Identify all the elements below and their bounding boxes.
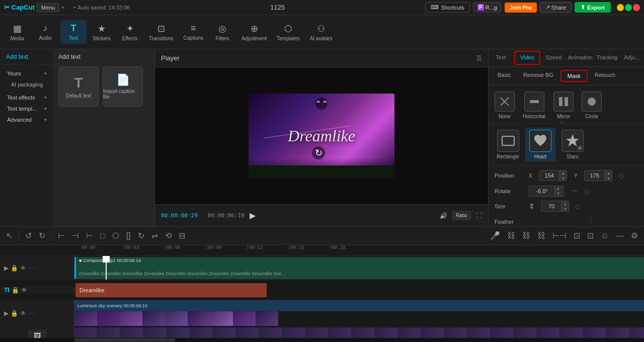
more-icon[interactable]: ⋯	[28, 265, 34, 272]
redo-button[interactable]: ↻	[37, 230, 47, 241]
loop-button[interactable]: ↻	[136, 230, 146, 241]
maximize-button[interactable]	[625, 4, 632, 11]
subtab-remove-bg[interactable]: Remove BG	[518, 70, 558, 82]
mask-horizontal-item[interactable]: Horizontal	[521, 90, 547, 121]
rotate-down[interactable]: ▼	[554, 191, 561, 196]
shape-stars[interactable]: ⊞ Stars	[557, 128, 588, 161]
size-keyframe-button[interactable]: ◇	[575, 202, 581, 210]
tool-filters[interactable]: ◎ Filters	[209, 20, 235, 44]
undo-button[interactable]: ↺	[23, 230, 34, 241]
position-x-spinner[interactable]: ▲ ▼	[559, 170, 567, 181]
position-x-up[interactable]: ▲	[559, 170, 567, 176]
tool-adjustment[interactable]: ⊕ Adjustment	[237, 20, 271, 44]
tab-speed[interactable]: Speed	[541, 49, 566, 66]
tool-captions[interactable]: ≡ Captions	[180, 20, 207, 44]
link-button[interactable]: ⛓	[505, 230, 517, 241]
tool-templates[interactable]: ⬡ Templates	[273, 20, 304, 44]
ai-packaging-item[interactable]: AI packaging	[3, 79, 51, 90]
dreamlike-text-clip[interactable]: Dreamlike	[75, 283, 267, 297]
mic-button[interactable]: 🎤	[488, 230, 502, 241]
size-spinner[interactable]: ▲ ▼	[561, 201, 569, 211]
tab-adjust[interactable]: Adju...	[619, 49, 644, 66]
tab-tracking[interactable]: Tracking	[595, 49, 620, 66]
scrollbar-thumb[interactable]	[74, 338, 175, 341]
text-effects-dropdown[interactable]: Text effects ▾	[3, 92, 51, 103]
tool-ai-avatars[interactable]: ⚇ AI avatars	[306, 20, 337, 44]
rotate-neg-icon[interactable]: −	[572, 185, 578, 197]
bracket-button[interactable]: []	[124, 230, 133, 241]
position-y-input[interactable]: 175 ▲ ▼	[584, 170, 612, 181]
eye-icon[interactable]: 👁	[21, 287, 27, 294]
settings-button[interactable]: ⚙	[629, 230, 640, 241]
eye-icon[interactable]: 👁	[20, 310, 26, 317]
import-caption-card[interactable]: 📄 Import caption file	[103, 66, 143, 107]
mask-circle-item[interactable]: Circle	[580, 90, 604, 121]
player-menu-icon[interactable]: ☰	[476, 55, 482, 62]
position-x-input[interactable]: 154 ▲ ▼	[539, 170, 567, 181]
size-down[interactable]: ▼	[561, 206, 569, 211]
shape-heart[interactable]: Heart	[525, 128, 555, 161]
position-keyframe-button[interactable]: ◇	[618, 172, 624, 180]
unlink-button[interactable]: ⛓	[535, 230, 547, 241]
export-button[interactable]: ⬆ Export	[575, 2, 611, 13]
split-button[interactable]: ⊢	[56, 230, 67, 241]
eye-icon[interactable]: 👁	[20, 265, 26, 272]
lock-icon[interactable]: 🔒	[12, 287, 19, 294]
yours-dropdown[interactable]: Yours ▾	[3, 68, 51, 79]
default-text-card[interactable]: T Default text	[58, 66, 99, 107]
tool-transitions[interactable]: ⊡ Transitions	[145, 20, 178, 44]
lock-icon[interactable]: 🔒	[11, 310, 18, 317]
subtab-mask[interactable]: Mask	[560, 70, 588, 82]
reverse-button[interactable]: ⟲	[163, 230, 174, 241]
minus-button[interactable]: —	[614, 230, 626, 241]
share-button[interactable]: ↗ Share	[540, 2, 572, 13]
tab-video[interactable]: Video	[514, 51, 541, 65]
delete-button[interactable]: □	[98, 230, 107, 241]
menu-button[interactable]: Menu	[37, 3, 60, 12]
pentagon-button[interactable]: ⬠	[110, 230, 121, 241]
rotate-up[interactable]: ▲	[554, 186, 561, 191]
scroll-up-icon[interactable]: ⌃⌃	[315, 98, 328, 110]
mask-none-item[interactable]: None	[493, 90, 517, 121]
size-input[interactable]: 70 ▲ ▼	[541, 201, 569, 212]
tab-animation[interactable]: Animation	[566, 49, 595, 66]
join-pro-button[interactable]: Join Pro	[505, 3, 537, 13]
advanced-dropdown[interactable]: Advanced ▾	[3, 114, 51, 125]
emoji-button[interactable]: ☺	[599, 230, 611, 241]
pip2-button[interactable]: ⊡	[585, 230, 596, 241]
position-x-down[interactable]: ▼	[559, 176, 567, 181]
shape-rectangle[interactable]: Rectangle	[493, 128, 523, 161]
text-templates-dropdown[interactable]: Text templ... ▾	[3, 103, 51, 114]
pip-button[interactable]: ⊡	[572, 230, 582, 241]
tool-text[interactable]: T Text	[60, 20, 87, 44]
tool-audio[interactable]: ♪ Audio	[32, 20, 58, 44]
flip-button[interactable]: ⇌	[149, 230, 160, 241]
tool-effects[interactable]: ✦ Effects	[117, 20, 143, 44]
tab-text[interactable]: Text	[489, 49, 513, 66]
trim-button[interactable]: ⊣	[70, 230, 81, 241]
select-tool-button[interactable]: ↖	[4, 230, 15, 241]
add-text-button[interactable]: Add text	[0, 49, 54, 65]
rotate-keyframe-button[interactable]: ◇	[584, 187, 590, 195]
shortcuts-button[interactable]: ⌨ Shortcuts	[425, 2, 469, 13]
position-y-up[interactable]: ▲	[605, 170, 612, 176]
play-button[interactable]: ▶	[250, 211, 256, 220]
compound-clip[interactable]: ■ Compound clip1 00:00:06:19 Dreamlike D…	[74, 257, 644, 279]
tool-media[interactable]: ▦ Media	[4, 20, 30, 44]
rotate-input[interactable]: -6.0° ▲ ▼	[529, 186, 564, 197]
timeline-scrollbar[interactable]	[0, 338, 644, 342]
split2-button[interactable]: ⊢⊣	[550, 230, 569, 241]
ratio-button[interactable]: Ratio	[452, 211, 471, 220]
crop-button[interactable]: ⊟	[177, 230, 187, 241]
subtab-retouch[interactable]: Retouch	[590, 70, 620, 82]
more-icon[interactable]: ⋯	[28, 310, 34, 317]
tool-stickers[interactable]: ★ Stickers	[89, 20, 115, 44]
minimize-button[interactable]	[617, 4, 624, 11]
fullscreen-button[interactable]: ⛶	[476, 212, 482, 219]
subtab-basic[interactable]: Basic	[493, 70, 516, 82]
rotate-spinner[interactable]: ▲ ▼	[554, 186, 561, 196]
lock-icon[interactable]: 🔒	[11, 265, 18, 272]
cover-icon-button[interactable]: 🖼 Cover	[28, 329, 47, 338]
link2-button[interactable]: ⛓	[520, 230, 532, 241]
rotate-handle-icon[interactable]: ↻	[312, 146, 325, 159]
